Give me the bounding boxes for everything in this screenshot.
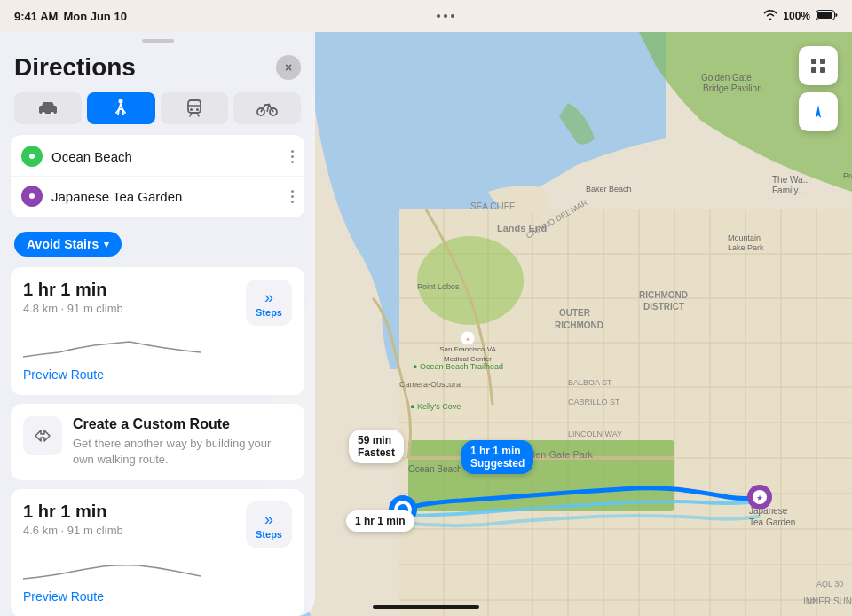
panel-header: Directions ×	[0, 46, 315, 92]
svg-text:Camera-Obscura: Camera-Obscura	[399, 380, 461, 389]
svg-text:Baker Beach: Baker Beach	[586, 185, 632, 193]
tab-cycling[interactable]	[233, 92, 301, 124]
close-button[interactable]: ×	[276, 55, 301, 80]
svg-text:Mountain: Mountain	[728, 233, 761, 242]
waypoint-start-icon	[21, 146, 43, 167]
svg-point-86	[29, 193, 35, 199]
svg-text:CABRILLO ST: CABRILLO ST	[568, 398, 620, 407]
route-2-distance: 4.6 km · 91 m climb	[23, 524, 123, 537]
dot2	[444, 14, 447, 18]
route-card-2[interactable]: 1 hr 1 min 4.6 km · 91 m climb » Steps P…	[11, 489, 304, 616]
svg-text:● Ocean Beach Trailhead: ● Ocean Beach Trailhead	[413, 362, 503, 371]
steps-arrow-icon: »	[264, 288, 273, 307]
wifi-icon	[763, 10, 777, 23]
waypoint-start-name: Ocean Beach	[51, 149, 286, 164]
status-date: Mon Jun 10	[63, 10, 127, 23]
svg-text:Ocean Beach: Ocean Beach	[408, 464, 462, 474]
svg-point-71	[42, 112, 45, 115]
custom-route-title: Create a Custom Route	[73, 416, 292, 432]
status-bar: 9:41 AM Mon Jun 10 100%	[0, 0, 852, 32]
custom-route-description: Get there another way by building your o…	[73, 436, 292, 468]
svg-text:San Francisco VA: San Francisco VA	[439, 345, 496, 353]
tab-walking[interactable]	[87, 92, 154, 124]
svg-text:● Kelly's Cove: ● Kelly's Cove	[410, 402, 461, 411]
waypoints-container: Ocean Beach Japanese Tea Garden	[11, 135, 304, 217]
avoid-stairs-button[interactable]: Avoid Stairs ▾	[14, 232, 122, 257]
svg-text:Family...: Family...	[772, 186, 805, 195]
route-2-elevation	[23, 557, 292, 583]
tab-driving[interactable]	[14, 92, 82, 124]
svg-point-73	[119, 99, 123, 104]
side-panel: Directions ×	[0, 32, 315, 616]
svg-text:BALBOA ST: BALBOA ST	[568, 378, 612, 387]
waypoint-start-reorder[interactable]	[291, 150, 294, 163]
svg-text:+: +	[466, 336, 470, 344]
svg-text:LINCOLN WAY: LINCOLN WAY	[568, 430, 622, 438]
svg-text:RICHMOND: RICHMOND	[555, 320, 604, 330]
svg-rect-68	[811, 67, 816, 73]
third-route-label: 1 hr 1 min	[346, 510, 414, 532]
svg-point-26	[417, 236, 524, 325]
custom-route-text: Create a Custom Route Get there another …	[73, 416, 292, 468]
custom-route-card[interactable]: Create a Custom Route Get there another …	[11, 404, 304, 480]
route-1-elevation	[23, 335, 292, 361]
svg-rect-67	[820, 59, 825, 64]
svg-point-75	[190, 108, 193, 111]
panel-title: Directions	[14, 53, 136, 82]
svg-rect-74	[188, 100, 201, 113]
svg-text:19°: 19°	[806, 597, 818, 606]
route-2-steps-button[interactable]: » Steps	[246, 501, 292, 548]
status-bar-center	[437, 14, 454, 18]
drag-handle[interactable]	[142, 39, 174, 43]
route-card-2-header: 1 hr 1 min 4.6 km · 91 m climb » Steps	[23, 501, 292, 548]
map-type-button[interactable]	[799, 46, 838, 85]
route-2-duration: 1 hr 1 min	[23, 501, 123, 522]
route-1-preview-link[interactable]: Preview Route	[23, 367, 104, 382]
svg-text:★: ★	[756, 494, 763, 502]
svg-text:AQL 30: AQL 30	[816, 580, 843, 588]
route-1-steps-label: Steps	[256, 307, 282, 318]
waypoint-end-reorder[interactable]	[291, 190, 294, 203]
status-bar-left: 9:41 AM Mon Jun 10	[14, 10, 127, 23]
current-location-button[interactable]	[799, 92, 838, 131]
svg-text:Bridge Pavilion: Bridge Pavilion	[703, 83, 762, 93]
svg-point-84	[29, 154, 35, 159]
svg-text:Golden Gate: Golden Gate	[701, 73, 752, 83]
dot3	[451, 14, 454, 18]
waypoint-start: Ocean Beach	[11, 137, 304, 177]
status-bar-right: 100%	[763, 10, 838, 23]
svg-point-72	[51, 112, 54, 115]
route-1-distance: 4.8 km · 91 m climb	[23, 302, 123, 315]
route-2-steps-label: Steps	[256, 529, 282, 540]
status-time: 9:41 AM	[14, 10, 58, 23]
svg-text:Presid...: Presid...	[843, 171, 852, 180]
svg-rect-69	[820, 67, 825, 73]
tab-transit[interactable]	[161, 92, 228, 124]
custom-route-icon	[23, 416, 62, 455]
waypoint-end: Japanese Tea Garden	[11, 177, 304, 216]
route-2-preview-link[interactable]: Preview Route	[23, 589, 104, 604]
avoid-stairs-label: Avoid Stairs	[27, 237, 99, 251]
svg-text:OUTER: OUTER	[559, 308, 591, 318]
map-controls	[799, 46, 838, 131]
svg-text:Lake Park: Lake Park	[728, 243, 764, 252]
svg-rect-1	[817, 12, 832, 19]
route-card-1[interactable]: 1 hr 1 min 4.8 km · 91 m climb » Steps P…	[11, 267, 304, 395]
svg-rect-66	[811, 59, 816, 64]
svg-text:Point Lobos: Point Lobos	[417, 282, 460, 291]
route-2-info: 1 hr 1 min 4.6 km · 91 m climb	[23, 501, 123, 537]
battery-percent: 100%	[783, 10, 810, 22]
waypoint-end-name: Japanese Tea Garden	[51, 189, 286, 204]
svg-text:Tea Garden: Tea Garden	[749, 517, 795, 527]
svg-text:DISTRICT: DISTRICT	[643, 302, 684, 312]
dot1	[437, 14, 440, 18]
svg-text:Japanese: Japanese	[749, 506, 788, 516]
svg-text:The Wa...: The Wa...	[772, 175, 810, 185]
route-card-1-header: 1 hr 1 min 4.8 km · 91 m climb » Steps	[23, 280, 292, 326]
route-1-steps-button[interactable]: » Steps	[246, 280, 292, 326]
svg-point-76	[196, 108, 199, 111]
transport-tabs	[0, 92, 315, 135]
route-1-duration: 1 hr 1 min	[23, 280, 123, 300]
waypoint-end-icon	[21, 186, 43, 207]
chevron-down-icon: ▾	[104, 239, 109, 250]
